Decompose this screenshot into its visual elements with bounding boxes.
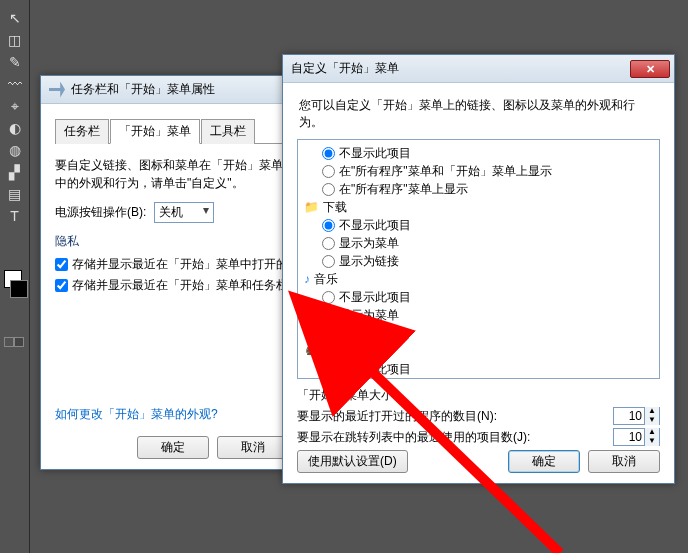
privacy-label: 隐私 (55, 233, 289, 252)
game-icon: ♞ (304, 342, 315, 360)
opt-mu-link[interactable] (322, 327, 335, 340)
tabs: 任务栏 「开始」菜单 工具栏 (55, 118, 289, 144)
app-toolbar: ↖ ◫ ✎ 〰 ⌖ ◐ ◍ ▞ ▤ T (0, 0, 30, 553)
tab-taskbar[interactable]: 任务栏 (55, 119, 109, 144)
customize-desc: 要自定义链接、图标和菜单在「开始」菜单中的外观和行为，请单击"自定义"。 (55, 156, 289, 192)
tab-start-menu[interactable]: 「开始」菜单 (110, 119, 200, 144)
titlebar[interactable]: 自定义「开始」菜单 ✕ (283, 55, 674, 83)
window-title: 任务栏和「开始」菜单属性 (71, 81, 299, 98)
jumplist-items-label: 要显示在跳转列表中的最近使用的项目数(J): (297, 429, 530, 446)
privacy-check2-row[interactable]: 存储并显示最近在「开始」菜单和任务栏中打开的项目(M) (55, 277, 289, 294)
options-tree[interactable]: 不显示此项目 在"所有程序"菜单和「开始」菜单上显示 在"所有程序"菜单上显示 … (297, 139, 660, 379)
opt-gm-hide[interactable] (322, 363, 335, 376)
spin-down-icon[interactable]: ▼ (645, 437, 659, 446)
intro-text: 您可以自定义「开始」菜单上的链接、图标以及菜单的外观和行为。 (299, 97, 658, 131)
tool-heal-icon[interactable]: ◍ (4, 140, 26, 160)
tool-gradient-icon[interactable]: ▤ (4, 184, 26, 204)
tool-type-icon[interactable]: T (4, 206, 26, 226)
privacy-check1[interactable] (55, 258, 68, 271)
music-icon: ♪ (304, 270, 310, 288)
close-icon[interactable]: ✕ (630, 60, 670, 78)
tool-eyedrop-icon[interactable]: ◐ (4, 118, 26, 138)
window-title: 自定义「开始」菜单 (291, 60, 630, 77)
opt-dn-menu[interactable] (322, 237, 335, 250)
tool-marquee-icon[interactable]: ◫ (4, 30, 26, 50)
recent-programs-label: 要显示的最近打开过的程序的数目(N): (297, 408, 497, 425)
opt-dn-link[interactable] (322, 255, 335, 268)
recent-programs-spinner[interactable]: ▲▼ (613, 407, 660, 425)
jumplist-items-spinner[interactable]: ▲▼ (613, 428, 660, 446)
ok-button[interactable]: 确定 (137, 436, 209, 459)
tool-brush-icon[interactable]: ✎ (4, 52, 26, 72)
folder-icon: 📁 (304, 198, 319, 216)
power-button-label: 电源按钮操作(B): (55, 204, 146, 221)
taskbar-properties-window: 任务栏和「开始」菜单属性 任务栏 「开始」菜单 工具栏 要自定义链接、图标和菜单… (40, 75, 304, 470)
cancel-button[interactable]: 取消 (217, 436, 289, 459)
size-header: 「开始」菜单大小 (297, 387, 660, 404)
jumplist-items-input[interactable] (614, 430, 644, 444)
spin-down-icon[interactable]: ▼ (645, 416, 659, 425)
cancel-button[interactable]: 取消 (588, 450, 660, 473)
opt-dn-hide[interactable] (322, 219, 335, 232)
tab-toolbars[interactable]: 工具栏 (201, 119, 255, 144)
opt-mu-hide[interactable] (322, 291, 335, 304)
customize-start-menu-window: 自定义「开始」菜单 ✕ 您可以自定义「开始」菜单上的链接、图标以及菜单的外观和行… (282, 54, 675, 484)
tool-clone-icon[interactable]: ▞ (4, 162, 26, 182)
privacy-check1-row[interactable]: 存储并显示最近在「开始」菜单中打开的程序(P) (55, 256, 289, 273)
tool-lasso-icon[interactable]: 〰 (4, 74, 26, 94)
opt-root-hide[interactable] (322, 147, 335, 160)
color-swatches[interactable] (4, 270, 26, 310)
appearance-help-link[interactable]: 如何更改「开始」菜单的外观? (55, 407, 218, 421)
quick-mask-icons[interactable] (4, 336, 26, 350)
ok-button[interactable]: 确定 (508, 450, 580, 473)
tool-crop-icon[interactable]: ⌖ (4, 96, 26, 116)
recent-programs-input[interactable] (614, 409, 644, 423)
opt-root-all-start[interactable] (322, 165, 335, 178)
use-defaults-button[interactable]: 使用默认设置(D) (297, 450, 408, 473)
titlebar[interactable]: 任务栏和「开始」菜单属性 (41, 76, 303, 104)
privacy-check2[interactable] (55, 279, 68, 292)
background-swatch[interactable] (10, 280, 28, 298)
opt-root-all-only[interactable] (322, 183, 335, 196)
opt-mu-menu[interactable] (322, 309, 335, 322)
tool-move-icon[interactable]: ↖ (4, 8, 26, 28)
power-action-select[interactable]: 关机 (154, 202, 214, 223)
